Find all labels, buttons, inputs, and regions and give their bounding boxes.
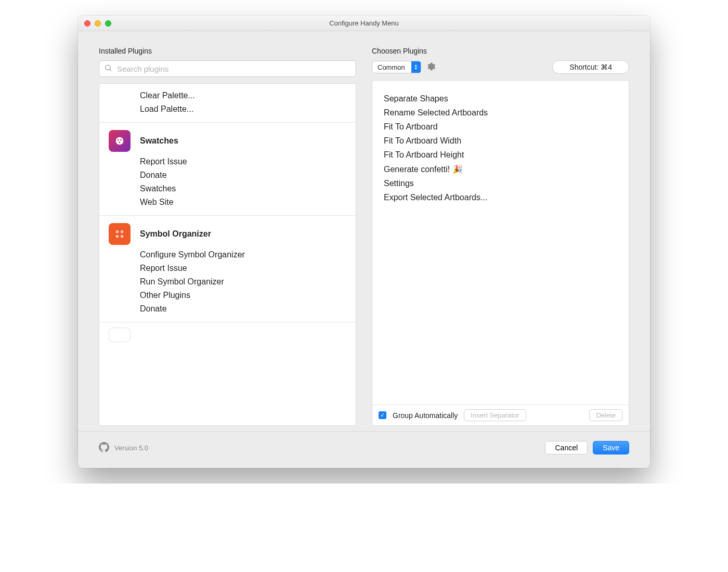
plugin-group-swatches: Swatches Report Issue Donate Swatches We… — [99, 123, 356, 216]
chosen-item[interactable]: Export Selected Artboards... — [384, 193, 617, 202]
plugin-item[interactable]: Other Plugins — [140, 291, 346, 300]
insert-separator-button[interactable]: Insert Separator — [464, 409, 526, 421]
dropdown-value: Common — [372, 63, 411, 71]
plugin-header: Symbol Organizer — [109, 223, 346, 245]
installed-plugins-list[interactable]: Clear Palette... Load Palette... Swatche… — [99, 83, 356, 426]
installed-plugins-column: Installed Plugins Clear Palette... Load … — [99, 47, 356, 426]
window-title: Configure Handy Menu — [78, 19, 650, 27]
version-label: Version 5.0 — [114, 444, 148, 452]
search-wrap — [99, 60, 356, 77]
svg-point-3 — [118, 139, 119, 141]
svg-point-4 — [120, 139, 122, 141]
plugin-item[interactable]: Run Symbol Organizer — [140, 277, 346, 287]
chosen-item[interactable]: Fit To Artboard Width — [384, 136, 617, 146]
plugin-item[interactable]: Configure Symbol Organizer — [140, 250, 346, 259]
plugin-item[interactable]: Swatches — [140, 184, 346, 193]
github-icon[interactable] — [99, 442, 109, 454]
chosen-item[interactable]: Separate Shapes — [384, 94, 617, 103]
chosen-plugins-heading: Choosen Plugins — [372, 47, 629, 55]
gear-icon[interactable] — [426, 62, 436, 73]
plugin-item[interactable]: Web Site — [140, 198, 346, 207]
svg-point-7 — [121, 231, 123, 233]
plugin-header: Swatches — [109, 130, 346, 152]
chosen-item[interactable]: Generate confetti! 🎉 — [384, 164, 617, 174]
plugin-item[interactable]: Clear Palette... — [140, 91, 346, 100]
plugin-item[interactable]: Donate — [140, 171, 346, 180]
chosen-footer: ✓ Group Automatically Insert Separator D… — [372, 405, 629, 425]
chosen-item[interactable]: Fit To Artboard Height — [384, 150, 617, 160]
delete-button[interactable]: Delete — [589, 409, 622, 421]
plugin-group-partial — [99, 322, 356, 342]
cancel-button[interactable]: Cancel — [545, 441, 588, 454]
group-auto-label: Group Automatically — [393, 411, 458, 420]
shortcut-field[interactable]: Shortcut: ⌘4 — [552, 60, 629, 74]
plugin-title: Symbol Organizer — [140, 229, 211, 239]
chosen-header-row: Common ▲▼ Shortcut: ⌘4 — [372, 60, 629, 74]
chevron-updown-icon: ▲▼ — [411, 61, 421, 73]
symbol-organizer-icon — [109, 223, 131, 245]
plugin-icon-placeholder — [109, 328, 131, 342]
plugin-item[interactable]: Report Issue — [140, 264, 346, 273]
save-button[interactable]: Save — [593, 441, 629, 454]
svg-point-6 — [116, 231, 119, 233]
chosen-items[interactable]: Separate Shapes Rename Selected Artboard… — [372, 81, 629, 405]
plugin-item[interactable]: Report Issue — [140, 157, 346, 166]
chosen-plugins-list: Separate Shapes Rename Selected Artboard… — [372, 80, 629, 426]
svg-point-2 — [116, 137, 124, 145]
plugin-group: Clear Palette... Load Palette... — [99, 84, 356, 123]
chosen-item[interactable]: Rename Selected Artboards — [384, 108, 617, 118]
svg-point-9 — [121, 236, 123, 238]
config-window: Configure Handy Menu Installed Plugins C… — [78, 16, 650, 468]
chosen-plugins-column: Choosen Plugins Common ▲▼ Shortcut: ⌘4 S… — [372, 47, 629, 426]
swatches-icon — [109, 130, 131, 152]
plugin-item[interactable]: Load Palette... — [140, 105, 346, 114]
svg-point-0 — [106, 65, 110, 70]
search-icon — [104, 64, 112, 74]
svg-point-8 — [116, 236, 119, 238]
installed-plugins-heading: Installed Plugins — [99, 47, 356, 55]
content-area: Installed Plugins Clear Palette... Load … — [78, 31, 650, 431]
svg-line-1 — [110, 70, 111, 71]
bottom-bar: Version 5.0 Cancel Save — [78, 431, 650, 468]
svg-point-5 — [119, 141, 121, 143]
menu-preset-dropdown[interactable]: Common ▲▼ — [372, 61, 421, 73]
plugin-group-symbol-organizer: Symbol Organizer Configure Symbol Organi… — [99, 216, 356, 322]
chosen-item[interactable]: Settings — [384, 179, 617, 188]
group-auto-checkbox[interactable]: ✓ — [379, 411, 386, 419]
plugin-title: Swatches — [140, 136, 178, 146]
chosen-item[interactable]: Fit To Artboard — [384, 122, 617, 132]
search-input[interactable] — [99, 60, 356, 77]
titlebar: Configure Handy Menu — [78, 16, 650, 31]
plugin-item[interactable]: Donate — [140, 304, 346, 314]
